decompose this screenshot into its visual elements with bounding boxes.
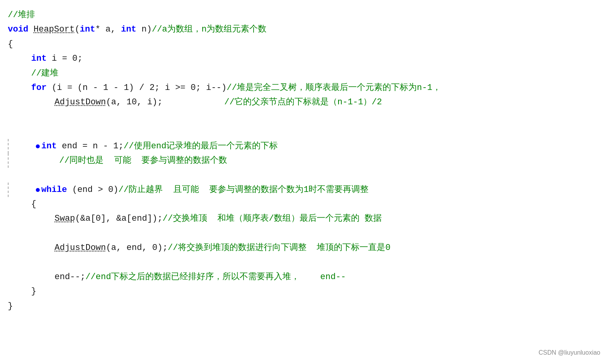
code-line: int i = 0; <box>8 51 600 66</box>
code-token: ( <box>75 22 80 37</box>
code-token: //堆是完全二叉树，顺序表最后一个元素的下标为n-1， <box>227 81 441 95</box>
code-line: int end = n - 1;//使用end记录堆的最后一个元素的下标 <box>8 139 600 153</box>
code-token: int <box>121 22 136 37</box>
code-line: //建堆 <box>8 66 600 81</box>
code-line: Swap(&a[0], &a[end]);//交换堆顶 和堆（顺序表/数组）最后… <box>8 211 600 226</box>
code-lines: //堆排void HeapSort(int* a, int n)//a为数组，n… <box>8 8 600 313</box>
code-token: //将交换到堆顶的数据进行向下调整 堆顶的下标一直是0 <box>168 241 390 255</box>
code-line: } <box>8 299 600 313</box>
code-token: int <box>80 22 95 37</box>
code-token: * a, <box>95 22 121 37</box>
code-token: end = n - 1; <box>57 139 124 153</box>
code-token: (i = (n - 1 - 1) / 2; i >= 0; i--) <box>47 81 227 95</box>
code-line <box>8 168 600 182</box>
code-token: //防止越界 且可能 要参与调整的数据个数为1时不需要再调整 <box>118 183 369 197</box>
code-editor: //堆排void HeapSort(int* a, int n)//a为数组，n… <box>0 0 612 364</box>
code-line: //堆排 <box>8 8 600 22</box>
code-token: int <box>31 51 47 66</box>
code-token: (a, end, 0); <box>106 241 168 255</box>
code-line: end--;//end下标之后的数据已经排好序，所以不需要再入堆， end-- <box>8 270 600 284</box>
code-token: AdjustDown <box>55 95 106 109</box>
code-line <box>8 255 600 270</box>
code-token: { <box>31 197 36 211</box>
code-token: } <box>8 299 13 313</box>
code-token: end--; <box>55 270 85 284</box>
code-line: AdjustDown(a, end, 0);//将交换到堆顶的数据进行向下调整 … <box>8 241 600 255</box>
code-token: { <box>8 37 13 51</box>
code-token: } <box>31 284 36 299</box>
code-token: (end > 0) <box>67 183 118 197</box>
code-token: void <box>8 22 28 37</box>
code-line: //同时也是 可能 要参与调整的数据个数 <box>8 153 600 168</box>
code-token: (a, 10, i); <box>106 95 162 109</box>
dot-indicator <box>36 188 40 192</box>
code-line: } <box>8 284 600 299</box>
code-token: AdjustDown <box>55 241 106 255</box>
code-token: Swap <box>55 211 75 226</box>
code-token: //堆排 <box>8 8 35 22</box>
code-token: //a为数组，n为数组元素个数 <box>152 22 267 37</box>
code-token: //同时也是 可能 要参与调整的数据个数 <box>59 153 227 168</box>
code-line: { <box>8 37 600 51</box>
code-token: //end下标之后的数据已经排好序，所以不需要再入堆， end-- <box>85 270 346 284</box>
code-token: //建堆 <box>31 66 58 81</box>
code-line <box>8 124 600 139</box>
code-line <box>8 226 600 241</box>
code-token: while <box>41 183 67 197</box>
code-token: HeapSort <box>34 22 75 37</box>
code-token: i = 0; <box>47 51 83 66</box>
code-line <box>8 110 600 124</box>
dot-indicator <box>36 144 40 148</box>
code-token: (&a[0], &a[end]); <box>75 211 162 226</box>
code-line: while (end > 0)//防止越界 且可能 要参与调整的数据个数为1时不… <box>8 183 600 197</box>
code-token: //交换堆顶 和堆（顺序表/数组）最后一个元素的 数据 <box>162 211 382 226</box>
code-token: //它的父亲节点的下标就是（n-1-1）/2 <box>162 95 382 109</box>
code-line: for (i = (n - 1 - 1) / 2; i >= 0; i--)//… <box>8 81 600 95</box>
code-token <box>28 22 34 37</box>
code-token: int <box>41 139 57 153</box>
watermark: CSDN @liuyunluoxiao <box>538 349 600 356</box>
code-line: void HeapSort(int* a, int n)//a为数组，n为数组元… <box>8 22 600 37</box>
code-line: AdjustDown(a, 10, i); //它的父亲节点的下标就是（n-1-… <box>8 95 600 109</box>
code-token: //使用end记录堆的最后一个元素的下标 <box>123 139 278 153</box>
code-token: for <box>31 81 47 95</box>
code-line: { <box>8 197 600 211</box>
code-token: n) <box>136 22 152 37</box>
